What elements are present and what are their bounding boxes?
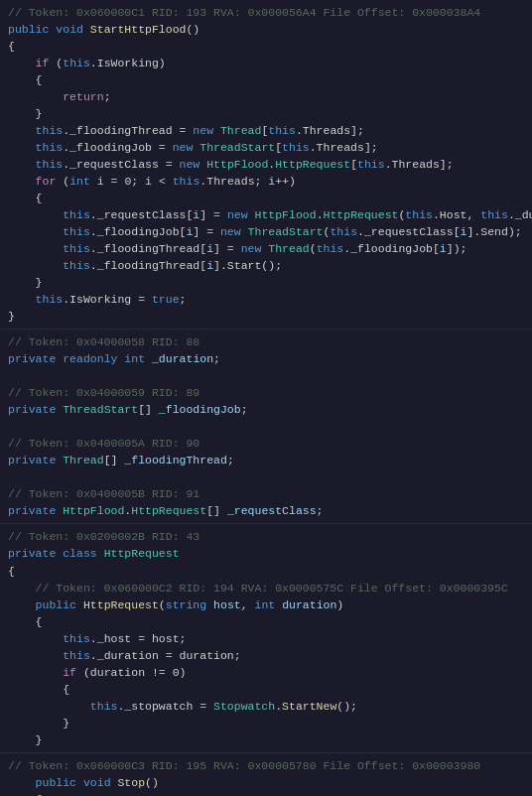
code-line: if (duration != 0): [0, 664, 532, 681]
code-line: {: [0, 613, 532, 630]
code-line: this.IsWorking = true;: [0, 291, 532, 308]
code-line: public void Stop(): [0, 774, 532, 791]
code-line: this._floodingThread = new Thread[this.T…: [0, 122, 532, 139]
code-line: private readonly int _duration;: [0, 350, 532, 367]
code-line: {: [0, 681, 532, 698]
code-block-startflood: // Token: 0x060000C1 RID: 193 RVA: 0x000…: [0, 0, 532, 330]
code-line: {: [0, 190, 532, 206]
code-line: this._floodingJob = new ThreadStart[this…: [0, 139, 532, 156]
code-line: for (int i = 0; i < this.Threads; i++): [0, 173, 532, 190]
code-line: private HttpFlood.HttpRequest[] _request…: [0, 502, 532, 519]
code-line: }: [0, 274, 532, 291]
comment-line: // Token: 0x04000058 RID: 88: [0, 333, 532, 350]
code-line: private class HttpRequest: [0, 545, 532, 562]
code-line: if (this.IsWorking): [0, 55, 532, 71]
comment-line: // Token: 0x0400005A RID: 90: [0, 435, 532, 452]
code-line: {: [0, 38, 532, 55]
code-line: this._requestClass = new HttpFlood.HttpR…: [0, 156, 532, 173]
comment-line: // Token: 0x060000C1 RID: 193 RVA: 0x000…: [0, 4, 532, 21]
code-line: public void StartHttpFlood(): [0, 21, 532, 38]
code-block-httprequest-class: // Token: 0x0200002B RID: 43 private cla…: [0, 524, 532, 752]
code-line: // Token: 0x060000C2 RID: 194 RVA: 0x000…: [0, 580, 532, 597]
code-line: this._requestClass[i] = new HttpFlood.Ht…: [0, 206, 532, 223]
code-line: this._host = host;: [0, 630, 532, 647]
code-block-fields: // Token: 0x04000058 RID: 88 private rea…: [0, 330, 532, 524]
code-line: private Thread[] _floodingThread;: [0, 452, 532, 468]
code-line: [0, 367, 532, 384]
comment-line: // Token: 0x0200002B RID: 43: [0, 528, 532, 545]
code-line: }: [0, 731, 532, 748]
code-line: {: [0, 71, 532, 88]
code-block-stop: // Token: 0x060000C3 RID: 195 RVA: 0x000…: [0, 753, 532, 796]
code-line: return;: [0, 88, 532, 105]
code-line: [0, 468, 532, 485]
code-line: }: [0, 105, 532, 122]
code-line: this._floodingThread[i] = new Thread(thi…: [0, 240, 532, 257]
code-line: public HttpRequest(string host, int dura…: [0, 597, 532, 613]
code-line: }: [0, 308, 532, 325]
comment-line: // Token: 0x060000C3 RID: 195 RVA: 0x000…: [0, 757, 532, 774]
code-line: this._stopwatch = Stopwatch.StartNew();: [0, 698, 532, 715]
code-line: {: [0, 791, 532, 796]
code-line: this._floodingThread[i].Start();: [0, 257, 532, 274]
code-line: [0, 418, 532, 435]
code-line: this._duration = duration;: [0, 647, 532, 664]
code-viewer: // Token: 0x060000C1 RID: 193 RVA: 0x000…: [0, 0, 532, 796]
code-line: }: [0, 715, 532, 731]
code-line: this._floodingJob[i] = new ThreadStart(t…: [0, 223, 532, 240]
comment-line: // Token: 0x04000059 RID: 89: [0, 384, 532, 401]
comment-line: // Token: 0x0400005B RID: 91: [0, 485, 532, 502]
code-line: private ThreadStart[] _floodingJob;: [0, 401, 532, 418]
code-line: {: [0, 563, 532, 580]
